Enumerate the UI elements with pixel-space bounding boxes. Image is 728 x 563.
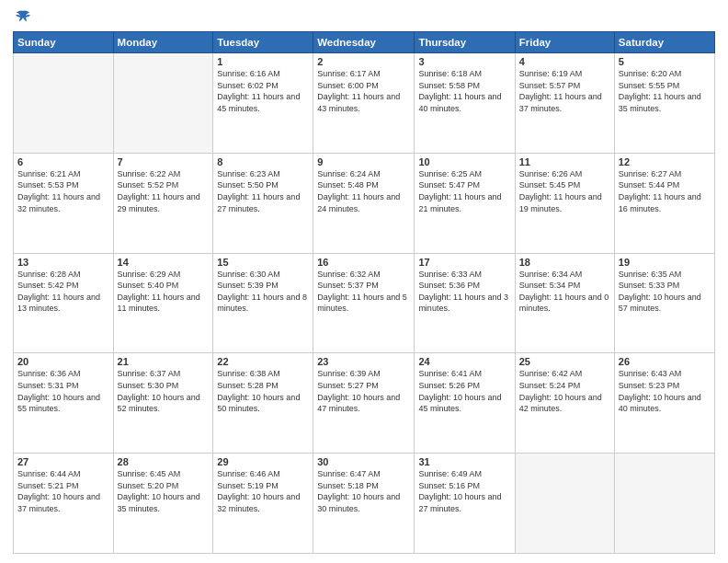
calendar-week-row: 1Sunrise: 6:16 AMSunset: 6:02 PMDaylight… <box>14 53 715 154</box>
calendar-day-cell: 3Sunrise: 6:18 AMSunset: 5:58 PMDaylight… <box>415 53 515 154</box>
day-number: 3 <box>418 56 510 67</box>
day-number: 16 <box>317 257 410 268</box>
calendar-day-cell: 26Sunrise: 6:43 AMSunset: 5:23 PMDayligh… <box>614 353 714 454</box>
day-info: Sunrise: 6:19 AMSunset: 5:57 PMDaylight:… <box>519 68 610 114</box>
calendar-day-cell: 6Sunrise: 6:21 AMSunset: 5:53 PMDaylight… <box>14 153 114 253</box>
day-info: Sunrise: 6:37 AMSunset: 5:30 PMDaylight:… <box>118 368 210 414</box>
logo-text <box>13 9 31 26</box>
day-number: 18 <box>519 257 610 268</box>
day-number: 31 <box>418 456 510 467</box>
calendar-day-cell: 30Sunrise: 6:47 AMSunset: 5:18 PMDayligh… <box>313 454 415 554</box>
calendar-week-row: 20Sunrise: 6:36 AMSunset: 5:31 PMDayligh… <box>14 353 715 454</box>
calendar-day-cell: 8Sunrise: 6:23 AMSunset: 5:50 PMDaylight… <box>213 153 313 253</box>
day-of-week-header: Thursday <box>415 32 515 53</box>
calendar-day-cell: 21Sunrise: 6:37 AMSunset: 5:30 PMDayligh… <box>113 353 213 454</box>
day-number: 6 <box>17 156 109 167</box>
day-number: 8 <box>217 156 309 167</box>
day-number: 2 <box>317 56 410 67</box>
day-info: Sunrise: 6:20 AMSunset: 5:55 PMDaylight:… <box>619 68 711 114</box>
day-info: Sunrise: 6:28 AMSunset: 5:42 PMDaylight:… <box>17 269 109 315</box>
calendar-day-cell: 7Sunrise: 6:22 AMSunset: 5:52 PMDaylight… <box>113 153 213 253</box>
day-info: Sunrise: 6:27 AMSunset: 5:44 PMDaylight:… <box>619 168 711 214</box>
day-info: Sunrise: 6:23 AMSunset: 5:50 PMDaylight:… <box>217 168 309 214</box>
day-of-week-header: Saturday <box>614 32 714 53</box>
day-number: 4 <box>519 56 610 67</box>
calendar-page: SundayMondayTuesdayWednesdayThursdayFrid… <box>0 0 728 563</box>
calendar-day-cell: 24Sunrise: 6:41 AMSunset: 5:26 PMDayligh… <box>415 353 515 454</box>
day-info: Sunrise: 6:22 AMSunset: 5:52 PMDaylight:… <box>118 168 210 214</box>
day-number: 5 <box>619 56 711 67</box>
calendar-day-cell: 31Sunrise: 6:49 AMSunset: 5:16 PMDayligh… <box>415 454 515 554</box>
calendar-day-cell: 10Sunrise: 6:25 AMSunset: 5:47 PMDayligh… <box>415 153 515 253</box>
calendar-day-cell: 14Sunrise: 6:29 AMSunset: 5:40 PMDayligh… <box>113 253 213 353</box>
day-info: Sunrise: 6:49 AMSunset: 5:16 PMDaylight:… <box>418 468 510 514</box>
calendar-day-cell: 5Sunrise: 6:20 AMSunset: 5:55 PMDaylight… <box>614 53 714 154</box>
logo <box>13 9 31 26</box>
day-info: Sunrise: 6:38 AMSunset: 5:28 PMDaylight:… <box>217 368 309 414</box>
day-number: 11 <box>519 156 610 167</box>
day-info: Sunrise: 6:29 AMSunset: 5:40 PMDaylight:… <box>118 269 210 315</box>
calendar-day-cell: 17Sunrise: 6:33 AMSunset: 5:36 PMDayligh… <box>415 253 515 353</box>
day-info: Sunrise: 6:39 AMSunset: 5:27 PMDaylight:… <box>317 368 410 414</box>
day-number: 29 <box>217 456 309 467</box>
day-of-week-header: Tuesday <box>213 32 313 53</box>
day-number: 21 <box>118 356 210 367</box>
day-info: Sunrise: 6:33 AMSunset: 5:36 PMDaylight:… <box>418 269 510 315</box>
day-number: 12 <box>619 156 711 167</box>
day-of-week-header: Friday <box>515 32 614 53</box>
day-number: 14 <box>118 257 210 268</box>
calendar-day-cell: 15Sunrise: 6:30 AMSunset: 5:39 PMDayligh… <box>213 253 313 353</box>
day-of-week-header: Sunday <box>14 32 114 53</box>
day-number: 15 <box>217 257 309 268</box>
day-number: 20 <box>17 356 109 367</box>
calendar-day-cell: 9Sunrise: 6:24 AMSunset: 5:48 PMDaylight… <box>313 153 415 253</box>
day-info: Sunrise: 6:21 AMSunset: 5:53 PMDaylight:… <box>17 168 109 214</box>
day-info: Sunrise: 6:41 AMSunset: 5:26 PMDaylight:… <box>418 368 510 414</box>
day-number: 17 <box>418 257 510 268</box>
day-info: Sunrise: 6:46 AMSunset: 5:19 PMDaylight:… <box>217 468 309 514</box>
day-info: Sunrise: 6:25 AMSunset: 5:47 PMDaylight:… <box>418 168 510 214</box>
calendar-day-cell: 4Sunrise: 6:19 AMSunset: 5:57 PMDaylight… <box>515 53 614 154</box>
calendar-day-cell: 20Sunrise: 6:36 AMSunset: 5:31 PMDayligh… <box>14 353 114 454</box>
calendar-day-cell: 22Sunrise: 6:38 AMSunset: 5:28 PMDayligh… <box>213 353 313 454</box>
day-info: Sunrise: 6:42 AMSunset: 5:24 PMDaylight:… <box>519 368 610 414</box>
day-info: Sunrise: 6:24 AMSunset: 5:48 PMDaylight:… <box>317 168 410 214</box>
calendar-week-row: 6Sunrise: 6:21 AMSunset: 5:53 PMDaylight… <box>14 153 715 253</box>
day-of-week-header: Wednesday <box>313 32 415 53</box>
calendar-day-cell: 12Sunrise: 6:27 AMSunset: 5:44 PMDayligh… <box>614 153 714 253</box>
day-info: Sunrise: 6:47 AMSunset: 5:18 PMDaylight:… <box>317 468 410 514</box>
calendar-day-cell: 19Sunrise: 6:35 AMSunset: 5:33 PMDayligh… <box>614 253 714 353</box>
day-number: 27 <box>17 456 109 467</box>
calendar-day-cell <box>515 454 614 554</box>
logo-bird-icon <box>15 9 31 26</box>
day-number: 22 <box>217 356 309 367</box>
day-number: 13 <box>17 257 109 268</box>
calendar-day-cell: 28Sunrise: 6:45 AMSunset: 5:20 PMDayligh… <box>113 454 213 554</box>
day-number: 24 <box>418 356 510 367</box>
calendar-header-row: SundayMondayTuesdayWednesdayThursdayFrid… <box>14 32 715 53</box>
calendar-day-cell: 11Sunrise: 6:26 AMSunset: 5:45 PMDayligh… <box>515 153 614 253</box>
calendar-day-cell: 1Sunrise: 6:16 AMSunset: 6:02 PMDaylight… <box>213 53 313 154</box>
day-info: Sunrise: 6:36 AMSunset: 5:31 PMDaylight:… <box>17 368 109 414</box>
day-info: Sunrise: 6:32 AMSunset: 5:37 PMDaylight:… <box>317 269 410 315</box>
calendar-day-cell: 13Sunrise: 6:28 AMSunset: 5:42 PMDayligh… <box>14 253 114 353</box>
calendar-day-cell: 29Sunrise: 6:46 AMSunset: 5:19 PMDayligh… <box>213 454 313 554</box>
day-number: 26 <box>619 356 711 367</box>
day-info: Sunrise: 6:18 AMSunset: 5:58 PMDaylight:… <box>418 68 510 114</box>
day-info: Sunrise: 6:34 AMSunset: 5:34 PMDaylight:… <box>519 269 610 315</box>
day-number: 7 <box>118 156 210 167</box>
calendar-day-cell: 16Sunrise: 6:32 AMSunset: 5:37 PMDayligh… <box>313 253 415 353</box>
day-info: Sunrise: 6:30 AMSunset: 5:39 PMDaylight:… <box>217 269 309 315</box>
day-number: 1 <box>217 56 309 67</box>
calendar-week-row: 27Sunrise: 6:44 AMSunset: 5:21 PMDayligh… <box>14 454 715 554</box>
day-info: Sunrise: 6:26 AMSunset: 5:45 PMDaylight:… <box>519 168 610 214</box>
day-info: Sunrise: 6:17 AMSunset: 6:00 PMDaylight:… <box>317 68 410 114</box>
calendar-day-cell: 23Sunrise: 6:39 AMSunset: 5:27 PMDayligh… <box>313 353 415 454</box>
day-info: Sunrise: 6:43 AMSunset: 5:23 PMDaylight:… <box>619 368 711 414</box>
calendar-day-cell: 2Sunrise: 6:17 AMSunset: 6:00 PMDaylight… <box>313 53 415 154</box>
calendar-day-cell: 18Sunrise: 6:34 AMSunset: 5:34 PMDayligh… <box>515 253 614 353</box>
day-info: Sunrise: 6:35 AMSunset: 5:33 PMDaylight:… <box>619 269 711 315</box>
day-number: 28 <box>118 456 210 467</box>
day-number: 30 <box>317 456 410 467</box>
header <box>13 9 715 26</box>
